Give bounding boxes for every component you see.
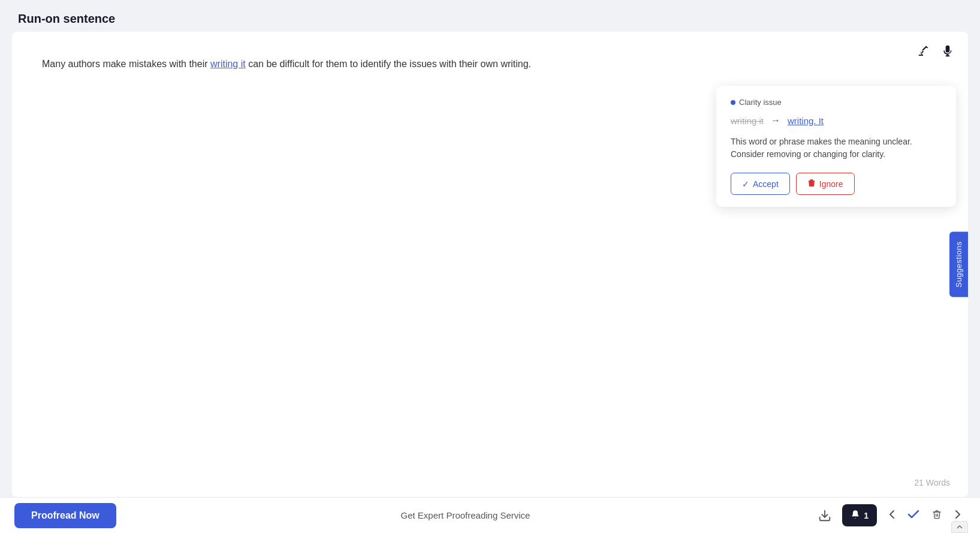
bottom-bar: Proofread Now Get Expert Proofreading Se… xyxy=(0,497,980,533)
word-count: 21 Words xyxy=(914,478,950,487)
notification-button[interactable]: 1 xyxy=(842,504,877,526)
suggestion-actions: ✓ Accept Ignore xyxy=(731,173,942,195)
chevron-left-icon xyxy=(889,510,895,519)
editor-area: Many authors make mistakes with their wr… xyxy=(12,32,968,497)
suggestion-popup: Clarity issue writing it → writing. It T… xyxy=(716,86,956,207)
suggestions-tab[interactable]: Suggestions xyxy=(949,231,968,297)
suggestion-type-label: Clarity issue xyxy=(739,98,782,107)
chevron-right-icon xyxy=(955,510,961,519)
eraser-icon xyxy=(916,44,930,58)
scroll-up-button[interactable] xyxy=(951,521,968,533)
notification-count: 1 xyxy=(864,511,869,520)
download-icon xyxy=(818,509,831,522)
nav-confirm-button[interactable] xyxy=(903,507,924,525)
ignore-button[interactable]: Ignore xyxy=(796,173,855,195)
check-icon xyxy=(908,510,919,519)
accept-label: Accept xyxy=(753,179,779,189)
accept-button[interactable]: ✓ Accept xyxy=(731,173,790,195)
proofread-now-button[interactable]: Proofread Now xyxy=(14,503,116,528)
nav-delete-button[interactable] xyxy=(927,505,946,526)
suggestion-type: Clarity issue xyxy=(731,98,942,107)
chevron-up-icon xyxy=(957,525,963,529)
suggestion-description: This word or phrase makes the meaning un… xyxy=(731,135,942,161)
bottom-right-actions: 1 xyxy=(815,504,966,526)
download-button[interactable] xyxy=(815,505,835,526)
trash-icon xyxy=(932,509,942,520)
ignore-label: Ignore xyxy=(819,179,843,189)
original-text: writing it xyxy=(731,116,764,126)
microphone-icon xyxy=(942,44,954,58)
editor-content[interactable]: Many authors make mistakes with their wr… xyxy=(12,32,968,84)
text-before: Many authors make mistakes with their xyxy=(42,59,210,69)
nav-prev-button[interactable] xyxy=(884,506,900,525)
bullet-icon xyxy=(731,100,735,105)
text-after: can be difficult for them to identify th… xyxy=(246,59,531,69)
suggestion-change: writing it → writing. It xyxy=(731,115,942,126)
arrow-icon: → xyxy=(771,115,780,126)
accept-checkmark-icon: ✓ xyxy=(742,179,749,189)
page-title: Run-on sentence xyxy=(18,12,962,26)
eraser-button[interactable] xyxy=(914,42,932,60)
text-highlighted[interactable]: writing it xyxy=(210,59,246,69)
expert-service-link[interactable]: Get Expert Proofreading Service xyxy=(128,510,803,520)
ignore-trash-icon xyxy=(807,178,816,189)
bell-icon xyxy=(851,509,860,522)
toolbar-icons xyxy=(914,41,956,61)
microphone-button[interactable] xyxy=(939,41,956,61)
corrected-text: writing. It xyxy=(788,116,824,126)
